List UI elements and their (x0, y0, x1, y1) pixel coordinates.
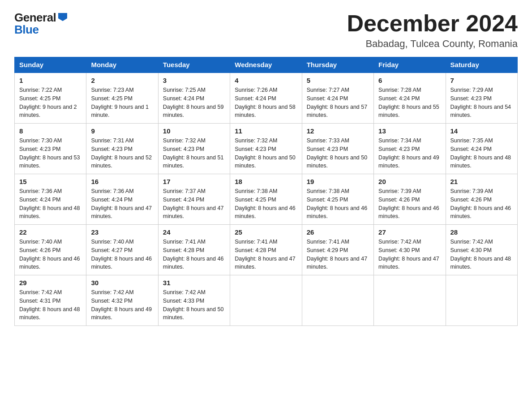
calendar-cell: 30 Sunrise: 7:42 AMSunset: 4:32 PMDaylig… (86, 275, 158, 326)
logo: General Blue (14, 11, 69, 37)
day-number: 6 (378, 77, 441, 84)
calendar-cell: 13 Sunrise: 7:34 AMSunset: 4:23 PMDaylig… (374, 124, 446, 174)
day-info: Sunrise: 7:22 AMSunset: 4:25 PMDaylight:… (19, 87, 77, 118)
day-number: 3 (163, 77, 225, 84)
calendar-cell (302, 275, 373, 326)
day-info: Sunrise: 7:39 AMSunset: 4:26 PMDaylight:… (378, 188, 439, 219)
calendar-cell: 22 Sunrise: 7:40 AMSunset: 4:26 PMDaylig… (15, 225, 86, 275)
calendar-cell: 5 Sunrise: 7:27 AMSunset: 4:24 PMDayligh… (302, 73, 373, 124)
calendar-cell: 7 Sunrise: 7:29 AMSunset: 4:23 PMDayligh… (446, 73, 517, 124)
calendar-title: December 2024 (347, 11, 518, 36)
calendar-cell (446, 275, 517, 326)
day-number: 26 (307, 228, 369, 236)
header-day-sunday: Sunday (15, 57, 86, 73)
day-info: Sunrise: 7:42 AMSunset: 4:30 PMDaylight:… (378, 239, 439, 270)
day-number: 8 (19, 127, 82, 135)
day-info: Sunrise: 7:35 AMSunset: 4:24 PMDaylight:… (450, 137, 511, 169)
calendar-cell: 15 Sunrise: 7:36 AMSunset: 4:24 PMDaylig… (15, 174, 86, 225)
logo-flag-icon (57, 11, 69, 25)
calendar-cell: 29 Sunrise: 7:42 AMSunset: 4:31 PMDaylig… (15, 275, 86, 326)
page-header: General Blue December 2024 Babadag, Tulc… (14, 11, 518, 50)
day-info: Sunrise: 7:41 AMSunset: 4:29 PMDaylight:… (307, 239, 368, 270)
day-number: 17 (163, 178, 225, 185)
day-number: 27 (378, 228, 441, 236)
logo-blue-text: Blue (14, 23, 39, 37)
day-info: Sunrise: 7:41 AMSunset: 4:28 PMDaylight:… (235, 239, 296, 270)
day-number: 25 (235, 228, 297, 236)
day-info: Sunrise: 7:42 AMSunset: 4:30 PMDaylight:… (450, 239, 511, 270)
header-day-friday: Friday (374, 57, 446, 73)
day-number: 31 (163, 279, 225, 287)
day-info: Sunrise: 7:28 AMSunset: 4:24 PMDaylight:… (378, 87, 439, 118)
calendar-cell (374, 275, 446, 326)
day-number: 10 (163, 127, 225, 135)
calendar-cell: 28 Sunrise: 7:42 AMSunset: 4:30 PMDaylig… (446, 225, 517, 275)
day-info: Sunrise: 7:41 AMSunset: 4:28 PMDaylight:… (163, 239, 224, 270)
calendar-week-row: 29 Sunrise: 7:42 AMSunset: 4:31 PMDaylig… (15, 275, 518, 326)
calendar-cell: 27 Sunrise: 7:42 AMSunset: 4:30 PMDaylig… (374, 225, 446, 275)
day-number: 28 (450, 228, 513, 236)
day-info: Sunrise: 7:40 AMSunset: 4:26 PMDaylight:… (19, 239, 80, 270)
calendar-cell: 23 Sunrise: 7:40 AMSunset: 4:27 PMDaylig… (86, 225, 158, 275)
calendar-cell: 12 Sunrise: 7:33 AMSunset: 4:23 PMDaylig… (302, 124, 373, 174)
calendar-cell: 10 Sunrise: 7:32 AMSunset: 4:23 PMDaylig… (158, 124, 230, 174)
day-info: Sunrise: 7:40 AMSunset: 4:27 PMDaylight:… (91, 239, 152, 270)
day-number: 1 (19, 77, 82, 84)
calendar-week-row: 22 Sunrise: 7:40 AMSunset: 4:26 PMDaylig… (15, 225, 518, 275)
day-number: 14 (450, 127, 513, 135)
day-info: Sunrise: 7:29 AMSunset: 4:23 PMDaylight:… (450, 87, 511, 118)
day-info: Sunrise: 7:39 AMSunset: 4:26 PMDaylight:… (450, 188, 511, 219)
day-number: 23 (91, 228, 153, 236)
calendar-week-row: 15 Sunrise: 7:36 AMSunset: 4:24 PMDaylig… (15, 174, 518, 225)
calendar-cell: 17 Sunrise: 7:37 AMSunset: 4:24 PMDaylig… (158, 174, 230, 225)
day-info: Sunrise: 7:38 AMSunset: 4:25 PMDaylight:… (235, 188, 296, 219)
day-number: 18 (235, 178, 297, 185)
calendar-cell: 11 Sunrise: 7:32 AMSunset: 4:23 PMDaylig… (230, 124, 302, 174)
day-info: Sunrise: 7:36 AMSunset: 4:24 PMDaylight:… (91, 188, 152, 219)
calendar-subtitle: Babadag, Tulcea County, Romania (347, 38, 518, 50)
day-number: 21 (450, 178, 513, 185)
calendar-week-row: 1 Sunrise: 7:22 AMSunset: 4:25 PMDayligh… (15, 73, 518, 124)
calendar-cell: 31 Sunrise: 7:42 AMSunset: 4:33 PMDaylig… (158, 275, 230, 326)
calendar-cell: 25 Sunrise: 7:41 AMSunset: 4:28 PMDaylig… (230, 225, 302, 275)
calendar-cell: 26 Sunrise: 7:41 AMSunset: 4:29 PMDaylig… (302, 225, 373, 275)
day-info: Sunrise: 7:37 AMSunset: 4:24 PMDaylight:… (163, 188, 224, 219)
day-number: 12 (307, 127, 369, 135)
day-number: 24 (163, 228, 225, 236)
day-info: Sunrise: 7:34 AMSunset: 4:23 PMDaylight:… (378, 137, 439, 169)
day-number: 9 (91, 127, 153, 135)
day-number: 2 (91, 77, 153, 84)
day-info: Sunrise: 7:26 AMSunset: 4:24 PMDaylight:… (235, 87, 296, 118)
day-number: 5 (307, 77, 369, 84)
day-number: 11 (235, 127, 297, 135)
header-day-thursday: Thursday (302, 57, 373, 73)
day-info: Sunrise: 7:32 AMSunset: 4:23 PMDaylight:… (163, 137, 224, 169)
day-info: Sunrise: 7:42 AMSunset: 4:32 PMDaylight:… (91, 289, 152, 321)
day-number: 30 (91, 279, 153, 287)
day-info: Sunrise: 7:30 AMSunset: 4:23 PMDaylight:… (19, 137, 80, 169)
day-number: 29 (19, 279, 82, 287)
day-info: Sunrise: 7:23 AMSunset: 4:25 PMDaylight:… (91, 87, 149, 118)
day-number: 15 (19, 178, 82, 185)
calendar-table: SundayMondayTuesdayWednesdayThursdayFrid… (14, 57, 518, 326)
day-info: Sunrise: 7:36 AMSunset: 4:24 PMDaylight:… (19, 188, 80, 219)
day-number: 7 (450, 77, 513, 84)
calendar-cell: 18 Sunrise: 7:38 AMSunset: 4:25 PMDaylig… (230, 174, 302, 225)
calendar-cell: 3 Sunrise: 7:25 AMSunset: 4:24 PMDayligh… (158, 73, 230, 124)
header-day-saturday: Saturday (446, 57, 517, 73)
calendar-cell: 16 Sunrise: 7:36 AMSunset: 4:24 PMDaylig… (86, 174, 158, 225)
day-number: 13 (378, 127, 441, 135)
header-day-monday: Monday (86, 57, 158, 73)
calendar-cell: 2 Sunrise: 7:23 AMSunset: 4:25 PMDayligh… (86, 73, 158, 124)
calendar-cell: 21 Sunrise: 7:39 AMSunset: 4:26 PMDaylig… (446, 174, 517, 225)
svg-marker-0 (58, 13, 67, 21)
day-info: Sunrise: 7:33 AMSunset: 4:23 PMDaylight:… (307, 137, 368, 169)
day-info: Sunrise: 7:42 AMSunset: 4:31 PMDaylight:… (19, 289, 80, 321)
day-info: Sunrise: 7:27 AMSunset: 4:24 PMDaylight:… (307, 87, 368, 118)
calendar-cell: 1 Sunrise: 7:22 AMSunset: 4:25 PMDayligh… (15, 73, 86, 124)
day-number: 22 (19, 228, 82, 236)
calendar-cell (230, 275, 302, 326)
header-day-wednesday: Wednesday (230, 57, 302, 73)
title-block: December 2024 Babadag, Tulcea County, Ro… (347, 11, 518, 50)
calendar-cell: 24 Sunrise: 7:41 AMSunset: 4:28 PMDaylig… (158, 225, 230, 275)
